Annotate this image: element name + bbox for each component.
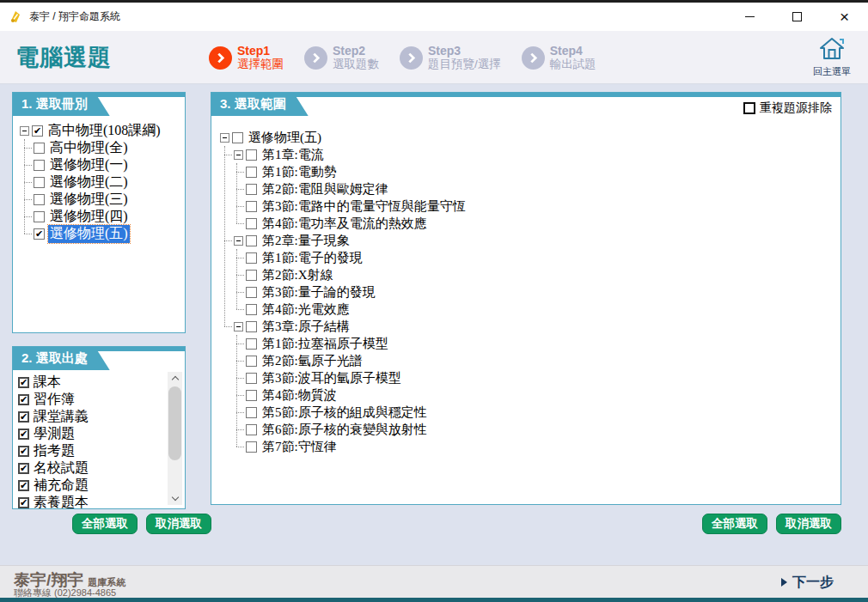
- tree-label[interactable]: 選修物理(五): [247, 130, 323, 146]
- tree-connector: [236, 206, 244, 207]
- source-item[interactable]: ✔名校試題: [18, 459, 164, 477]
- tree-checkbox[interactable]: [34, 211, 45, 222]
- source-select-all-button[interactable]: 全部選取: [72, 514, 138, 534]
- tree-label[interactable]: 選修物理(二): [48, 173, 130, 192]
- tree-label[interactable]: 第1章:電流: [260, 147, 326, 163]
- tree-checkbox[interactable]: ✔: [32, 125, 43, 137]
- scrollbar[interactable]: [168, 372, 182, 505]
- tree-checkbox[interactable]: [34, 177, 45, 188]
- scrollbar-track[interactable]: [168, 385, 182, 492]
- tree-checkbox[interactable]: [246, 287, 257, 298]
- tree-checkbox[interactable]: ✔: [34, 228, 45, 240]
- tree-label[interactable]: 第4節:電功率及電流的熱效應: [260, 216, 429, 232]
- tree-checkbox[interactable]: [246, 390, 257, 401]
- tree-connector: [236, 395, 244, 396]
- tree-checkbox[interactable]: [246, 356, 257, 367]
- scroll-down-button[interactable]: [168, 492, 182, 505]
- tree-label[interactable]: 第2節:X射線: [260, 267, 335, 283]
- tree-label[interactable]: 第7節:守恆律: [260, 439, 339, 455]
- tree-checkbox[interactable]: [232, 132, 243, 143]
- tree-label[interactable]: 第3章:原子結構: [260, 319, 351, 335]
- source-deselect-all-button[interactable]: 取消選取: [146, 514, 211, 534]
- tree-label[interactable]: 第4節:光電效應: [260, 301, 351, 318]
- tree-label[interactable]: 第1節:電動勢: [260, 164, 339, 180]
- tree-label[interactable]: 選修物理(四): [48, 208, 130, 226]
- step-item-2[interactable]: Step2選取題數: [304, 45, 379, 70]
- tree-label[interactable]: 選修物理(三): [48, 191, 130, 209]
- tree-checkbox[interactable]: ✔: [18, 411, 29, 423]
- scroll-up-button[interactable]: [168, 372, 182, 385]
- next-step-button[interactable]: 下一步: [781, 566, 834, 599]
- tree-expand-toggle[interactable]: [20, 126, 29, 136]
- source-item[interactable]: ✔學測題: [18, 425, 164, 442]
- tree-checkbox[interactable]: ✔: [18, 497, 29, 508]
- step-item-3[interactable]: Step3題目預覽/選擇: [400, 45, 501, 70]
- tree-checkbox[interactable]: [34, 143, 45, 154]
- minimize-button[interactable]: [726, 3, 773, 31]
- tree-checkbox[interactable]: ✔: [18, 394, 29, 405]
- scope-deselect-all-button[interactable]: 取消選取: [776, 514, 841, 534]
- tree-expand-toggle[interactable]: [234, 236, 243, 246]
- tree-expand-toggle[interactable]: [234, 322, 243, 331]
- source-item[interactable]: ✔習作簿: [18, 391, 164, 408]
- scope-select-all-button[interactable]: 全部選取: [702, 514, 767, 534]
- maximize-button[interactable]: [773, 3, 821, 31]
- titlebar: 泰宇 / 翔宇命題系統 ×: [0, 3, 868, 31]
- tree-label[interactable]: 第6節:原子核的衰變與放射性: [260, 422, 429, 438]
- source-item[interactable]: ✔課本: [18, 374, 164, 391]
- tree-label[interactable]: 第4節:物質波: [260, 387, 339, 404]
- tree-label[interactable]: 第2節:氫原子光譜: [260, 353, 364, 369]
- tree-label[interactable]: 高中物理(108課綱): [46, 122, 162, 140]
- tree-label[interactable]: 第1節:拉塞福原子模型: [260, 336, 390, 352]
- tree-label[interactable]: 第2節:電阻與歐姆定律: [260, 181, 390, 198]
- tree-checkbox[interactable]: [246, 167, 257, 178]
- home-label: 回主選單: [813, 65, 851, 78]
- tree-checkbox[interactable]: [246, 149, 257, 161]
- tree-label[interactable]: 選修物理(五): [48, 225, 130, 243]
- tree-checkbox[interactable]: [246, 252, 257, 264]
- tree-expand-toggle[interactable]: [234, 150, 243, 160]
- tree-label[interactable]: 第3節:波耳的氫原子模型: [260, 370, 403, 386]
- tree-checkbox[interactable]: [246, 321, 257, 332]
- tree-node: 選修物理(五): [220, 129, 839, 146]
- source-item[interactable]: ✔補充命題: [18, 477, 164, 494]
- tree-label[interactable]: 第2章:量子現象: [260, 233, 351, 249]
- tree-checkbox[interactable]: [246, 184, 257, 195]
- tree-expand-toggle[interactable]: [220, 133, 229, 143]
- tree-checkbox[interactable]: [246, 441, 257, 453]
- tree-connector: [236, 344, 244, 344]
- tree-checkbox[interactable]: ✔: [18, 463, 29, 474]
- step-item-4[interactable]: Step4輸出試題: [522, 45, 596, 70]
- tree-checkbox[interactable]: [246, 235, 257, 246]
- tree-label[interactable]: 第5節:原子核的組成與穩定性: [260, 404, 429, 421]
- scrollbar-thumb[interactable]: [168, 386, 181, 460]
- tree-checkbox[interactable]: [246, 201, 257, 212]
- tree-label[interactable]: 第3節:電路中的電量守恆與能量守恆: [260, 198, 468, 215]
- tree-checkbox[interactable]: [246, 304, 257, 315]
- step-text: Step1選擇範圍: [237, 45, 284, 70]
- source-item[interactable]: ✔指考題: [18, 442, 164, 459]
- tree-checkbox[interactable]: ✔: [18, 429, 29, 440]
- tree-checkbox[interactable]: ✔: [18, 377, 29, 388]
- source-item[interactable]: ✔課堂講義: [18, 408, 164, 425]
- tree-label[interactable]: 第1節:電子的發現: [260, 250, 364, 266]
- tree-label[interactable]: 第3節:量子論的發現: [260, 284, 377, 301]
- dedupe-checkbox[interactable]: [743, 102, 755, 114]
- tree-checkbox[interactable]: [246, 218, 257, 229]
- close-button[interactable]: ×: [821, 3, 868, 31]
- tree-connector: [24, 199, 32, 200]
- source-item[interactable]: ✔素養題本: [18, 494, 164, 511]
- tree-label[interactable]: 高中物理(全): [48, 139, 130, 157]
- tree-checkbox[interactable]: ✔: [18, 446, 29, 457]
- tree-checkbox[interactable]: [34, 160, 45, 171]
- tree-label[interactable]: 選修物理(一): [48, 156, 130, 174]
- tree-checkbox[interactable]: [246, 338, 257, 350]
- tree-checkbox[interactable]: [246, 270, 257, 281]
- tree-checkbox[interactable]: [246, 407, 257, 418]
- tree-checkbox[interactable]: [246, 424, 257, 435]
- tree-checkbox[interactable]: ✔: [18, 480, 29, 491]
- tree-checkbox[interactable]: [34, 194, 45, 205]
- tree-checkbox[interactable]: [246, 373, 257, 384]
- step-item-1[interactable]: Step1選擇範圍: [209, 45, 284, 70]
- home-button[interactable]: 回主選單: [808, 37, 856, 78]
